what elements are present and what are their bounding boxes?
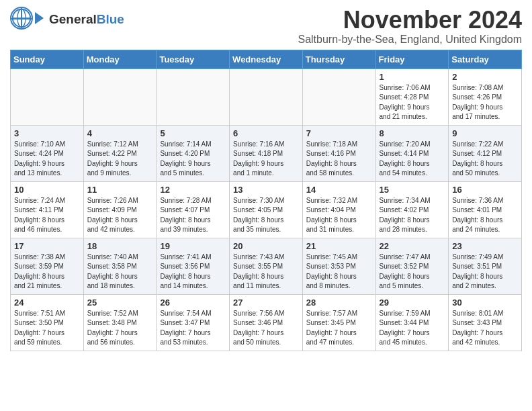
calendar-day-cell: 11Sunrise: 7:26 AM Sunset: 4:09 PM Dayli… (83, 181, 157, 238)
day-number: 20 (233, 241, 299, 251)
day-info: Sunrise: 7:24 AM Sunset: 4:11 PM Dayligh… (14, 196, 80, 235)
calendar-day-cell: 28Sunrise: 7:57 AM Sunset: 3:45 PM Dayli… (302, 294, 375, 351)
page-container: GeneralBlue November 2024 Saltburn-by-th… (0, 0, 532, 358)
day-info: Sunrise: 7:45 AM Sunset: 3:53 PM Dayligh… (306, 253, 372, 291)
day-info: Sunrise: 7:32 AM Sunset: 4:04 PM Dayligh… (306, 196, 372, 235)
arrow-icon (35, 12, 44, 24)
calendar-day-cell: 2Sunrise: 7:08 AM Sunset: 4:26 PM Daylig… (449, 68, 522, 125)
day-info: Sunrise: 7:36 AM Sunset: 4:01 PM Dayligh… (452, 196, 518, 235)
day-number: 21 (306, 241, 372, 251)
calendar-day-cell: 26Sunrise: 7:54 AM Sunset: 3:47 PM Dayli… (157, 294, 230, 351)
day-info: Sunrise: 7:41 AM Sunset: 3:56 PM Dayligh… (160, 253, 226, 291)
calendar-day-cell: 4Sunrise: 7:12 AM Sunset: 4:22 PM Daylig… (83, 125, 157, 181)
day-info: Sunrise: 7:40 AM Sunset: 3:58 PM Dayligh… (87, 253, 153, 291)
day-info: Sunrise: 7:08 AM Sunset: 4:26 PM Dayligh… (452, 83, 518, 122)
day-info: Sunrise: 7:22 AM Sunset: 4:12 PM Dayligh… (452, 140, 518, 179)
title-block: November 2024 Saltburn-by-the-Sea, Engla… (298, 7, 522, 46)
day-number: 27 (233, 298, 299, 308)
day-number: 24 (14, 298, 80, 308)
day-number: 3 (14, 128, 80, 138)
day-number: 6 (233, 128, 299, 138)
calendar-table: SundayMondayTuesdayWednesdayThursdayFrid… (10, 50, 522, 351)
day-number: 19 (160, 241, 226, 251)
calendar-day-cell (302, 68, 375, 125)
calendar-day-cell: 20Sunrise: 7:43 AM Sunset: 3:55 PM Dayli… (230, 238, 303, 294)
day-info: Sunrise: 7:43 AM Sunset: 3:55 PM Dayligh… (233, 253, 299, 291)
month-title: November 2024 (298, 7, 522, 34)
day-number: 12 (160, 185, 226, 195)
calendar-day-cell: 3Sunrise: 7:10 AM Sunset: 4:24 PM Daylig… (11, 125, 84, 181)
weekday-header-saturday: Saturday (449, 50, 522, 68)
calendar-day-cell: 17Sunrise: 7:38 AM Sunset: 3:59 PM Dayli… (11, 238, 84, 294)
weekday-header-sunday: Sunday (11, 50, 84, 68)
calendar-day-cell: 19Sunrise: 7:41 AM Sunset: 3:56 PM Dayli… (157, 238, 230, 294)
day-info: Sunrise: 7:14 AM Sunset: 4:20 PM Dayligh… (160, 140, 226, 179)
day-number: 4 (87, 128, 153, 138)
calendar-day-cell: 24Sunrise: 7:51 AM Sunset: 3:50 PM Dayli… (11, 294, 84, 351)
calendar-day-cell (11, 68, 84, 125)
calendar-day-cell: 18Sunrise: 7:40 AM Sunset: 3:58 PM Dayli… (83, 238, 157, 294)
day-number: 23 (452, 241, 518, 251)
day-info: Sunrise: 7:57 AM Sunset: 3:45 PM Dayligh… (306, 309, 372, 348)
calendar-day-cell: 12Sunrise: 7:28 AM Sunset: 4:07 PM Dayli… (157, 181, 230, 238)
calendar-day-cell: 21Sunrise: 7:45 AM Sunset: 3:53 PM Dayli… (302, 238, 375, 294)
calendar-day-cell: 13Sunrise: 7:30 AM Sunset: 4:05 PM Dayli… (230, 181, 303, 238)
calendar-day-cell: 15Sunrise: 7:34 AM Sunset: 4:02 PM Dayli… (375, 181, 449, 238)
day-info: Sunrise: 7:49 AM Sunset: 3:51 PM Dayligh… (452, 253, 518, 291)
weekday-header-row: SundayMondayTuesdayWednesdayThursdayFrid… (11, 50, 522, 68)
weekday-header-thursday: Thursday (302, 50, 375, 68)
day-number: 29 (380, 298, 445, 308)
day-info: Sunrise: 7:12 AM Sunset: 4:22 PM Dayligh… (87, 140, 153, 179)
day-number: 11 (87, 185, 153, 195)
calendar-day-cell: 22Sunrise: 7:47 AM Sunset: 3:52 PM Dayli… (375, 238, 449, 294)
calendar-day-cell: 5Sunrise: 7:14 AM Sunset: 4:20 PM Daylig… (157, 125, 230, 181)
calendar-week-row: 3Sunrise: 7:10 AM Sunset: 4:24 PM Daylig… (11, 125, 522, 181)
calendar-day-cell: 1Sunrise: 7:06 AM Sunset: 4:28 PM Daylig… (375, 68, 449, 125)
calendar-day-cell: 9Sunrise: 7:22 AM Sunset: 4:12 PM Daylig… (449, 125, 522, 181)
day-number: 14 (306, 185, 372, 195)
day-number: 2 (452, 72, 518, 82)
day-info: Sunrise: 7:10 AM Sunset: 4:24 PM Dayligh… (14, 140, 80, 179)
day-info: Sunrise: 7:47 AM Sunset: 3:52 PM Dayligh… (380, 253, 445, 291)
calendar-day-cell: 7Sunrise: 7:18 AM Sunset: 4:16 PM Daylig… (302, 125, 375, 181)
logo: GeneralBlue (10, 7, 124, 32)
calendar-day-cell: 16Sunrise: 7:36 AM Sunset: 4:01 PM Dayli… (449, 181, 522, 238)
logo-blue: Blue (97, 12, 124, 26)
logo-text: GeneralBlue (49, 13, 124, 27)
weekday-header-tuesday: Tuesday (157, 50, 230, 68)
day-number: 1 (380, 72, 445, 82)
svg-point-0 (13, 9, 30, 27)
day-number: 26 (160, 298, 226, 308)
calendar-day-cell: 14Sunrise: 7:32 AM Sunset: 4:04 PM Dayli… (302, 181, 375, 238)
day-number: 25 (87, 298, 153, 308)
day-info: Sunrise: 7:59 AM Sunset: 3:44 PM Dayligh… (380, 309, 445, 348)
day-number: 5 (160, 128, 226, 138)
day-number: 16 (452, 185, 518, 195)
svg-point-1 (17, 9, 26, 27)
calendar-week-row: 24Sunrise: 7:51 AM Sunset: 3:50 PM Dayli… (11, 294, 522, 351)
day-number: 8 (380, 128, 445, 138)
day-info: Sunrise: 7:56 AM Sunset: 3:46 PM Dayligh… (233, 309, 299, 348)
day-info: Sunrise: 7:30 AM Sunset: 4:05 PM Dayligh… (233, 196, 299, 235)
page-header: GeneralBlue November 2024 Saltburn-by-th… (10, 7, 522, 46)
calendar-day-cell: 27Sunrise: 7:56 AM Sunset: 3:46 PM Dayli… (230, 294, 303, 351)
day-number: 22 (380, 241, 445, 251)
calendar-day-cell: 10Sunrise: 7:24 AM Sunset: 4:11 PM Dayli… (11, 181, 84, 238)
day-number: 13 (233, 185, 299, 195)
day-number: 28 (306, 298, 372, 308)
day-number: 18 (87, 241, 153, 251)
day-number: 9 (452, 128, 518, 138)
day-info: Sunrise: 7:51 AM Sunset: 3:50 PM Dayligh… (14, 309, 80, 348)
calendar-day-cell: 30Sunrise: 8:01 AM Sunset: 3:43 PM Dayli… (449, 294, 522, 351)
calendar-day-cell: 8Sunrise: 7:20 AM Sunset: 4:14 PM Daylig… (375, 125, 449, 181)
calendar-day-cell: 23Sunrise: 7:49 AM Sunset: 3:51 PM Dayli… (449, 238, 522, 294)
day-info: Sunrise: 7:18 AM Sunset: 4:16 PM Dayligh… (306, 140, 372, 179)
day-number: 10 (14, 185, 80, 195)
day-number: 15 (380, 185, 445, 195)
globe-icon (10, 7, 33, 30)
calendar-week-row: 17Sunrise: 7:38 AM Sunset: 3:59 PM Dayli… (11, 238, 522, 294)
day-number: 30 (452, 298, 518, 308)
day-info: Sunrise: 7:28 AM Sunset: 4:07 PM Dayligh… (160, 196, 226, 235)
calendar-day-cell: 6Sunrise: 7:16 AM Sunset: 4:18 PM Daylig… (230, 125, 303, 181)
day-info: Sunrise: 7:20 AM Sunset: 4:14 PM Dayligh… (380, 140, 445, 179)
